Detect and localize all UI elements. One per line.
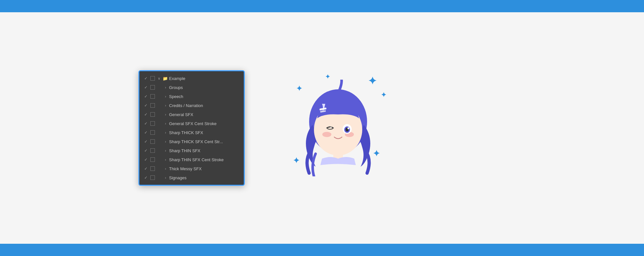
sparkle-icon-tr2: ✦ <box>381 91 386 99</box>
check-icon-sign: ✓ <box>143 175 148 180</box>
sparkle-icon-br: ✦ <box>373 149 380 159</box>
checkbox-gsfx[interactable] <box>150 112 155 117</box>
chevron-down-icon: ∨ <box>157 76 161 81</box>
chevron-right-icon-sthick: › <box>163 131 168 134</box>
mascot-character <box>293 80 383 176</box>
checkbox-groups[interactable] <box>150 85 155 90</box>
sparkle-icon-top: ✦ <box>325 73 330 80</box>
checkbox-speech[interactable] <box>150 94 155 99</box>
folder-icon: 📁 <box>163 76 168 81</box>
checkbox-sthick[interactable] <box>150 130 155 135</box>
tree-row-sharp-thin[interactable]: ✓ › Sharp THIN SFX <box>141 146 242 155</box>
tree-row-sharp-thick[interactable]: ✓ › Sharp THICK SFX <box>141 128 242 137</box>
chevron-right-icon-sign: › <box>163 176 168 180</box>
tree-row-speech[interactable]: ✓ › Speech <box>141 92 242 101</box>
check-icon-sthinc: ✓ <box>143 157 148 162</box>
row-label-sthin: Sharp THIN SFX <box>169 148 200 153</box>
check-icon-groups: ✓ <box>143 85 148 90</box>
top-bar <box>0 0 644 12</box>
check-icon-tmsfy: ✓ <box>143 166 148 171</box>
row-label-gsfx: General SFX <box>169 112 193 117</box>
chevron-right-icon-gsfx: › <box>163 113 168 116</box>
row-label-sthickc: Sharp THICK SFX Cent Str... <box>169 139 223 144</box>
check-icon-sthick: ✓ <box>143 130 148 135</box>
chevron-right-icon-sthin: › <box>163 149 168 153</box>
checkbox-credits[interactable] <box>150 103 155 108</box>
row-label-sthick: Sharp THICK SFX <box>169 130 203 135</box>
chevron-right-icon-gsfxc: › <box>163 122 168 125</box>
tree-row-general-sfx[interactable]: ✓ › General SFX <box>141 110 242 119</box>
tree-panel: ✓ ∨ 📁 Example ✓ › Groups ✓ › Speech ✓ › <box>138 70 245 186</box>
sparkle-icon-tl: ✦ <box>296 84 302 93</box>
tree-row-credits-narration[interactable]: ✓ › Credits / Narration <box>141 101 242 110</box>
tree-row-example[interactable]: ✓ ∨ 📁 Example <box>141 74 242 83</box>
checkbox-tmsfy[interactable] <box>150 166 155 171</box>
check-icon-gsfxc: ✓ <box>143 121 148 126</box>
svg-point-2 <box>322 132 331 137</box>
check-icon-sthickc: ✓ <box>143 139 148 144</box>
tree-row-signages[interactable]: ✓ › Signages <box>141 173 242 182</box>
tree-row-groups[interactable]: ✓ › Groups <box>141 83 242 92</box>
tree-row-thick-messy[interactable]: ✓ › Thick Messy SFX <box>141 164 242 173</box>
chevron-right-icon-tmsfy: › <box>163 167 168 171</box>
tree-row-general-sfx-cent[interactable]: ✓ › General SFX Cent Stroke <box>141 119 242 128</box>
tree-row-sharp-thick-cent[interactable]: ✓ › Sharp THICK SFX Cent Str... <box>141 137 242 146</box>
svg-point-8 <box>330 127 332 128</box>
mascot-area: ✦ ✦ ✦ ✦ ✦ ✦ <box>290 72 386 184</box>
sparkle-icon-tr: ✦ <box>368 75 377 87</box>
svg-point-7 <box>347 127 349 129</box>
checkbox-gsfxc[interactable] <box>150 121 155 126</box>
check-icon-gsfx: ✓ <box>143 112 148 117</box>
checkbox-sthin[interactable] <box>150 148 155 153</box>
check-icon-sthin: ✓ <box>143 148 148 153</box>
chevron-right-icon-groups: › <box>163 85 168 89</box>
check-icon: ✓ <box>143 76 148 81</box>
checkbox-sign[interactable] <box>150 175 155 180</box>
row-label-speech: Speech <box>169 94 183 99</box>
bottom-bar <box>0 244 644 256</box>
row-label-groups: Groups <box>169 85 183 90</box>
tree-row-sharp-thin-cent[interactable]: ✓ › Sharp THIN SFX Cent Stroke <box>141 155 242 164</box>
sparkle-icon-bl: ✦ <box>293 156 299 165</box>
row-label-sthinc: Sharp THIN SFX Cent Stroke <box>169 157 224 162</box>
row-label-gsfxc: General SFX Cent Stroke <box>169 121 216 126</box>
row-label-sign: Signages <box>169 175 186 180</box>
checkbox-example[interactable] <box>150 76 155 81</box>
checkbox-sthickc[interactable] <box>150 139 155 144</box>
row-label-example: Example <box>169 76 185 81</box>
check-icon-speech: ✓ <box>143 94 148 99</box>
chevron-right-icon-sthickc: › <box>163 140 168 143</box>
checkbox-sthinc[interactable] <box>150 157 155 162</box>
row-label-tmsfy: Thick Messy SFX <box>169 166 202 171</box>
chevron-right-icon-speech: › <box>163 94 168 98</box>
chevron-right-icon-credits: › <box>163 103 168 107</box>
row-label-credits: Credits / Narration <box>169 103 203 108</box>
check-icon-credits: ✓ <box>143 103 148 108</box>
chevron-right-icon-sthinc: › <box>163 158 168 162</box>
main-content: ✓ ∨ 📁 Example ✓ › Groups ✓ › Speech ✓ › <box>0 12 644 244</box>
